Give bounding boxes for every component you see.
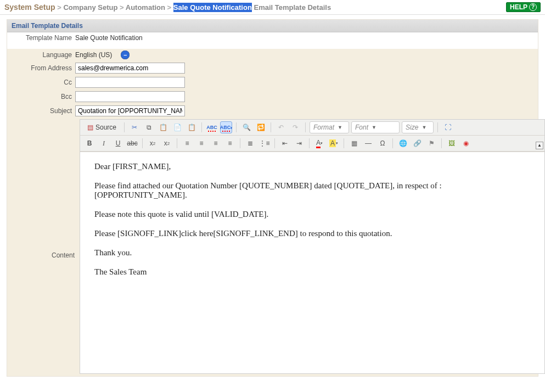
redo-icon[interactable]: ↷ [289, 121, 301, 133]
paste-word-icon[interactable]: 📋 [186, 121, 198, 133]
italic-icon[interactable]: I [98, 137, 110, 149]
align-left-icon[interactable]: ≡ [181, 137, 193, 149]
body-line: Dear [FIRST_NAME], [94, 162, 530, 171]
indent-icon[interactable]: ⇥ [293, 137, 305, 149]
editor-content-area[interactable]: Dear [FIRST_NAME], Please find attached … [80, 152, 544, 373]
breadcrumb-bar: System Setup > Company Setup > Automatio… [0, 0, 545, 15]
label-content: Content [47, 251, 75, 259]
toolbar-collapse-icon[interactable]: ▲ [536, 142, 543, 149]
label-bcc: Bcc [12, 93, 72, 100]
align-right-icon[interactable]: ≡ [210, 137, 222, 149]
breadcrumb-automation[interactable]: Automation [126, 3, 165, 12]
breadcrumb: System Setup > Company Setup > Automatio… [4, 3, 331, 12]
strike-icon[interactable]: abc [126, 137, 138, 149]
about-icon[interactable]: ◉ [460, 137, 472, 149]
cc-input[interactable] [75, 77, 185, 88]
bcc-input[interactable] [75, 91, 185, 102]
source-icon: ▤ [87, 124, 93, 131]
breadcrumb-root[interactable]: System Setup [4, 3, 55, 12]
maximize-icon[interactable]: ⛶ [442, 121, 454, 133]
superscript-icon[interactable]: x2 [161, 137, 173, 149]
image-icon[interactable]: 🖼 [446, 137, 458, 149]
anchor-icon[interactable]: ⚑ [425, 137, 437, 149]
value-language: English (US) [75, 51, 112, 59]
outdent-icon[interactable]: ⇤ [279, 137, 291, 149]
breadcrumb-company-setup[interactable]: Company Setup [63, 3, 117, 12]
replace-icon[interactable]: 🔁 [255, 121, 267, 133]
editor-toolbar-row-1: ▤ Source ✂ ⧉ 📋 📄 📋 ABC ABC▾ 🔍 🔁 ↶ ↷ [80, 120, 544, 136]
bold-icon[interactable]: B [83, 137, 95, 149]
source-button[interactable]: ▤ Source [83, 121, 120, 133]
body-line: Thank you. [94, 248, 530, 257]
size-select[interactable]: Size▼ [402, 121, 434, 133]
link-icon[interactable]: 🌐 [397, 137, 409, 149]
table-icon[interactable]: ▦ [348, 137, 360, 149]
cut-icon[interactable]: ✂ [128, 121, 141, 133]
section-header: Email Template Details [7, 20, 538, 32]
text-color-icon[interactable]: A▾ [313, 137, 325, 149]
label-template-name: Template Name [12, 34, 72, 42]
spellcheck-as-you-type-icon[interactable]: ABC▾ [220, 121, 232, 133]
subscript-icon[interactable]: x2 [147, 137, 159, 149]
undo-icon[interactable]: ↶ [275, 121, 287, 133]
body-line: Please [SIGNOFF_LINK]click here[SIGNOFF_… [94, 229, 530, 238]
copy-icon[interactable]: ⧉ [143, 121, 155, 133]
unlink-icon[interactable]: 🔗 [411, 137, 423, 149]
label-cc: Cc [12, 79, 72, 86]
unordered-list-icon[interactable]: ⋮≡ [259, 137, 271, 149]
paste-text-icon[interactable]: 📄 [171, 121, 183, 133]
special-char-icon[interactable]: Ω [377, 137, 389, 149]
align-center-icon[interactable]: ≡ [195, 137, 207, 149]
label-subject: Subject [12, 107, 72, 115]
label-from: From Address [12, 64, 72, 72]
find-icon[interactable]: 🔍 [240, 121, 252, 133]
subject-input[interactable] [75, 105, 185, 116]
format-select[interactable]: Format▼ [310, 121, 349, 133]
remove-language-icon[interactable]: – [121, 51, 130, 59]
body-line: Please find attached our Quotation Numbe… [94, 181, 530, 200]
breadcrumb-current: Sale Quote Notification [173, 3, 252, 12]
rich-text-editor: Content ▤ Source ✂ ⧉ 📋 📄 📋 ABC ABC▾ 🔍 🔁 [80, 119, 545, 374]
label-language: Language [12, 51, 72, 59]
ordered-list-icon[interactable]: ≣ [244, 137, 256, 149]
breadcrumb-tail: Email Template Details [254, 3, 331, 12]
underline-icon[interactable]: U [112, 137, 124, 149]
body-line: Please note this quote is valid until [V… [94, 210, 530, 219]
spellcheck-icon[interactable]: ABC [206, 121, 218, 133]
editor-toolbar-row-2: B I U abc x2 x2 ≡ ≡ ≡ ≡ ≣ ⋮≡ ⇤ ⇥ A▾ [80, 136, 544, 152]
horizontal-rule-icon[interactable]: — [362, 137, 374, 149]
body-line: The Sales Team [94, 267, 530, 277]
background-color-icon[interactable]: A▾ [328, 137, 340, 149]
help-icon: ? [529, 3, 537, 11]
font-select[interactable]: Font▼ [351, 121, 400, 133]
paste-icon[interactable]: 📋 [157, 121, 169, 133]
from-address-input[interactable] [75, 63, 185, 74]
value-template-name: Sale Quote Notification [75, 34, 143, 42]
align-justify-icon[interactable]: ≡ [224, 137, 236, 149]
help-button[interactable]: HELP ? [506, 2, 541, 12]
